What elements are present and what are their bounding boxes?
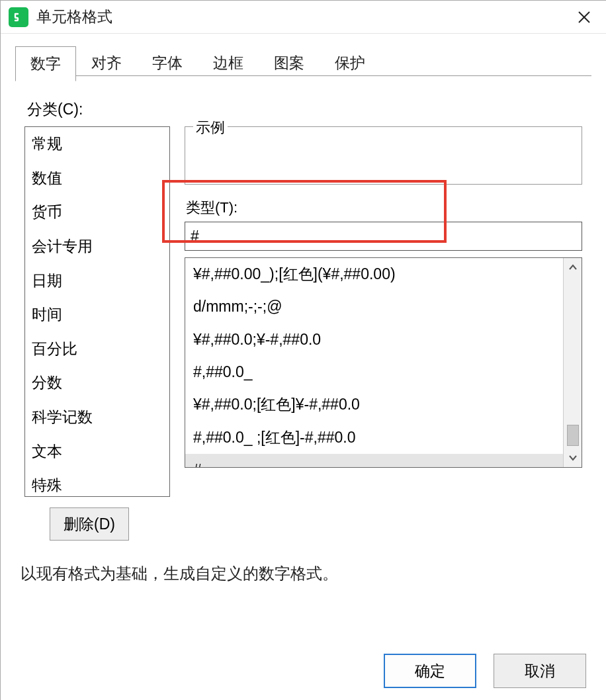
chevron-down-icon [569, 455, 577, 461]
category-item-label: 文本 [32, 443, 62, 460]
example-legend: 示例 [193, 118, 228, 138]
category-label: 分类(C): [27, 99, 582, 120]
category-item-label: 科学记数 [32, 408, 93, 425]
tab-underline [15, 75, 591, 76]
category-item[interactable]: 分数 [25, 366, 169, 400]
category-item[interactable]: 科学记数 [25, 400, 169, 435]
chevron-up-icon [569, 264, 577, 271]
scroll-thumb[interactable] [567, 425, 579, 446]
category-item[interactable]: 特殊 [25, 468, 169, 497]
category-item-label: 日期 [32, 272, 62, 289]
hint-text: 以现有格式为基础，生成自定义的数字格式。 [21, 563, 582, 584]
format-item-label: d/mmm;-;-;@ [193, 298, 282, 315]
button-label: 确定 [415, 661, 445, 681]
format-item-label: #,##0.0_ [193, 363, 253, 380]
format-item[interactable]: ¥#,##0.0;[红色]¥-#,##0.0 [185, 388, 563, 421]
category-item-label: 会计专用 [32, 238, 93, 255]
category-list[interactable]: 常规 数值 货币 会计专用 日期 时间 百分比 分数 科学记数 文本 特殊 自定… [24, 126, 170, 497]
delete-row: 删除(D) [24, 507, 582, 541]
category-item-label: 数值 [32, 169, 62, 187]
category-item[interactable]: 常规 [25, 127, 169, 161]
format-item-label: ¥#,##0.0;¥-#,##0.0 [193, 331, 321, 348]
format-item-label: #,##0.0_ ;[红色]-#,##0.0 [193, 429, 356, 446]
delete-button[interactable]: 删除(D) [50, 507, 129, 541]
category-item[interactable]: 时间 [25, 298, 169, 332]
category-item-label: 货币 [32, 203, 62, 220]
button-label: 取消 [525, 661, 555, 681]
columns: 常规 数值 货币 会计专用 日期 时间 百分比 分数 科学记数 文本 特殊 自定… [24, 126, 582, 497]
format-item-label: ¥#,##0.00_);[红色](¥#,##0.00) [193, 265, 396, 283]
category-item-label: 百分比 [32, 340, 77, 357]
tab-label: 字体 [152, 54, 183, 71]
format-item[interactable]: ¥#,##0.00_);[红色](¥#,##0.00) [185, 258, 563, 290]
format-list[interactable]: ¥#,##0.00_);[红色](¥#,##0.00) d/mmm;-;-;@ … [185, 258, 563, 467]
dialog-footer: 确定 取消 [384, 654, 586, 688]
tab-label: 保护 [335, 54, 365, 71]
category-item-label: 分数 [32, 374, 62, 391]
format-item[interactable]: # [185, 454, 563, 467]
tab-label: 图案 [274, 54, 304, 71]
format-item[interactable]: #,##0.0_ ;[红色]-#,##0.0 [185, 421, 563, 454]
type-block: 类型(T): [185, 198, 582, 251]
cancel-button[interactable]: 取消 [494, 654, 586, 688]
format-item[interactable]: d/mmm;-;-;@ [185, 290, 563, 323]
category-item-label: 时间 [32, 306, 62, 323]
scrollbar[interactable] [563, 258, 582, 467]
type-label: 类型(T): [185, 198, 582, 218]
example-group: 示例 [185, 126, 582, 185]
format-list-wrap: ¥#,##0.00_);[红色](¥#,##0.00) d/mmm;-;-;@ … [185, 257, 582, 468]
format-item[interactable]: ¥#,##0.0;¥-#,##0.0 [185, 324, 563, 356]
format-item-label: ¥#,##0.0;[红色]¥-#,##0.0 [193, 396, 360, 413]
tab-label: 对齐 [91, 54, 122, 71]
category-item-label: 常规 [32, 135, 62, 152]
right-column: 示例 类型(T): ¥#,##0.00_);[红色](¥#,##0.00) d/… [185, 126, 582, 497]
format-item[interactable]: #,##0.0_ [185, 356, 563, 388]
category-item[interactable]: 文本 [25, 435, 169, 469]
tab-label: 边框 [213, 54, 243, 71]
category-item[interactable]: 货币 [25, 195, 169, 230]
category-item[interactable]: 数值 [25, 161, 169, 196]
format-item-label: # [193, 461, 202, 467]
cell-format-dialog: 单元格格式 数字 对齐 字体 边框 图案 保护 分类(C): 常规 数值 货币 … [0, 0, 606, 700]
app-icon [9, 7, 28, 27]
tab-number[interactable]: 数字 [15, 46, 76, 81]
category-item[interactable]: 会计专用 [25, 230, 169, 264]
scroll-up-button[interactable] [564, 258, 582, 277]
titlebar: 单元格格式 [1, 1, 606, 34]
close-button[interactable] [568, 1, 601, 34]
scroll-track[interactable] [564, 277, 582, 449]
category-item-label: 特殊 [32, 476, 62, 494]
scroll-down-button[interactable] [564, 449, 582, 467]
ok-button[interactable]: 确定 [384, 654, 476, 688]
dialog-body: 分类(C): 常规 数值 货币 会计专用 日期 时间 百分比 分数 科学记数 文… [1, 81, 606, 584]
tab-label: 数字 [30, 55, 61, 72]
close-icon [578, 11, 591, 24]
window-title: 单元格格式 [36, 7, 112, 27]
type-input[interactable] [185, 222, 582, 251]
category-item[interactable]: 百分比 [25, 332, 169, 367]
category-item[interactable]: 日期 [25, 264, 169, 298]
button-label: 删除(D) [64, 514, 115, 535]
